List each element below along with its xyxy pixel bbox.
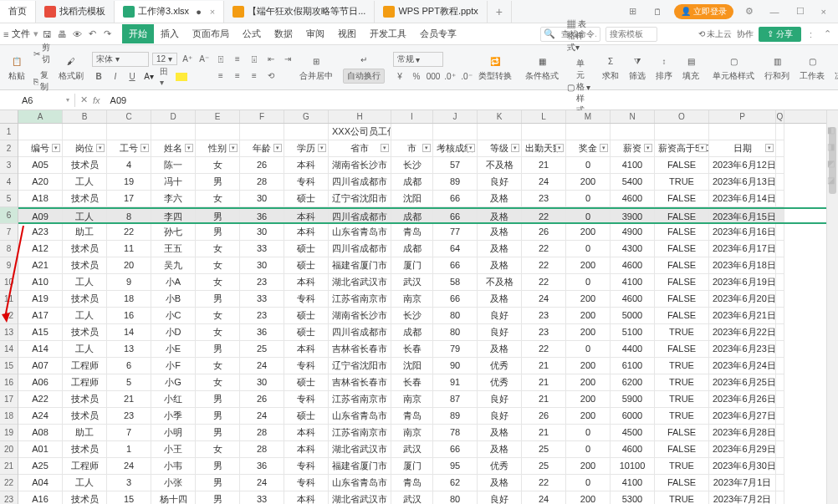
cell[interactable]: [776, 241, 784, 257]
cell[interactable]: 女: [196, 324, 240, 341]
cell[interactable]: 4600: [611, 291, 655, 308]
row-header[interactable]: 15: [0, 358, 18, 374]
cell[interactable]: 厦门: [391, 257, 433, 274]
cell[interactable]: 2023年6月12日: [709, 157, 776, 174]
cell[interactable]: 13: [107, 341, 151, 358]
cell[interactable]: 28: [240, 441, 284, 458]
cell[interactable]: 长春: [391, 341, 433, 358]
menu-caret-icon[interactable]: ⌃: [820, 28, 835, 39]
cell[interactable]: 33: [240, 241, 284, 257]
cell[interactable]: 福建省厦门市: [329, 458, 391, 475]
share-button[interactable]: ⇪ 分享: [759, 27, 801, 42]
cell[interactable]: 本科: [284, 224, 329, 241]
cell[interactable]: A04: [18, 475, 63, 491]
cell[interactable]: FALSE: [655, 441, 709, 458]
cell[interactable]: 89: [433, 174, 478, 191]
align-top-icon[interactable]: ⍐: [214, 53, 227, 66]
cell[interactable]: A08: [18, 425, 63, 441]
grid[interactable]: XXX公司员工信息编号▾岗位▾工号▾姓名▾性别▾年龄▾学历▾省市▾市▾考核成绩▾…: [18, 124, 826, 504]
tab-home[interactable]: 首页: [0, 1, 36, 23]
cell[interactable]: 湖北省武汉市: [329, 274, 391, 291]
cell[interactable]: 200: [566, 224, 611, 241]
cell[interactable]: 男: [196, 408, 240, 425]
cell[interactable]: 冯十: [151, 174, 196, 191]
cell[interactable]: 58: [433, 274, 478, 291]
cell[interactable]: 湖南省长沙市: [329, 308, 391, 324]
cell[interactable]: A23: [18, 224, 63, 241]
side-pane4-icon[interactable]: ◪: [827, 176, 837, 186]
cell[interactable]: 5: [107, 374, 151, 391]
undo-icon[interactable]: ↶: [85, 28, 99, 41]
cell[interactable]: [776, 174, 784, 191]
cell[interactable]: 良好: [478, 408, 522, 425]
cell[interactable]: 江苏省南京市: [329, 391, 391, 408]
cell[interactable]: 男: [196, 224, 240, 241]
cell[interactable]: 66: [433, 441, 478, 458]
sync-status[interactable]: ⟲ 未上云: [698, 28, 732, 40]
underline-icon[interactable]: U: [125, 70, 139, 84]
cell[interactable]: 专科: [284, 174, 329, 191]
cell[interactable]: 辽宁省沈阳市: [329, 191, 391, 207]
cell[interactable]: [776, 425, 784, 441]
cell[interactable]: 青岛: [391, 408, 433, 425]
cell[interactable]: 李四: [151, 209, 196, 222]
cell[interactable]: 湖北省武汉市: [329, 491, 391, 504]
cell[interactable]: 21: [522, 391, 566, 408]
tab-workbook[interactable]: 工作簿3.xlsx●×: [115, 1, 224, 23]
cell[interactable]: 23: [522, 308, 566, 324]
cell[interactable]: 南京: [391, 391, 433, 408]
select-all-corner[interactable]: [0, 110, 18, 124]
row-header[interactable]: 16: [0, 374, 18, 391]
cell[interactable]: 小季: [151, 408, 196, 425]
cell[interactable]: 66: [433, 257, 478, 274]
cell[interactable]: 成都: [391, 174, 433, 191]
row-header[interactable]: 6: [0, 207, 18, 224]
preview-icon[interactable]: 👁: [70, 28, 84, 41]
cell[interactable]: 5400: [611, 174, 655, 191]
fill-button[interactable]: ▤填充: [677, 52, 704, 84]
paste-button[interactable]: 📋粘贴: [3, 52, 30, 84]
menu-tab-2[interactable]: 页面布局: [186, 24, 236, 43]
increase-font-icon[interactable]: A⁺: [181, 53, 194, 66]
row-header[interactable]: 3: [0, 157, 18, 174]
cell[interactable]: 200: [566, 491, 611, 504]
cell[interactable]: 23: [522, 324, 566, 341]
cell[interactable]: A19: [18, 291, 63, 308]
cell[interactable]: 0: [566, 157, 611, 174]
side-pane1-icon[interactable]: ◧: [827, 125, 837, 135]
wrap-button[interactable]: ↵自动换行: [338, 50, 390, 85]
cell[interactable]: 小红: [151, 391, 196, 408]
cell[interactable]: 出勤天数▾: [522, 140, 566, 157]
row-header[interactable]: 9: [0, 257, 18, 274]
cell[interactable]: 200: [566, 324, 611, 341]
cell[interactable]: 62: [433, 475, 478, 491]
cell[interactable]: 本科: [284, 209, 329, 222]
cellstyle2-button[interactable]: ▢单元格样式: [708, 52, 759, 84]
cell[interactable]: 2023年6月16日: [709, 224, 776, 241]
col-header[interactable]: K: [478, 110, 522, 123]
cell[interactable]: 22: [107, 224, 151, 241]
cell[interactable]: 长沙: [391, 157, 433, 174]
cell[interactable]: TRUE: [655, 174, 709, 191]
cell[interactable]: 21: [522, 157, 566, 174]
cell[interactable]: 女: [196, 308, 240, 324]
cell[interactable]: 10100: [611, 458, 655, 475]
italic-icon[interactable]: I: [109, 70, 122, 84]
cell[interactable]: 助工: [63, 224, 107, 241]
cell[interactable]: 技术员: [63, 191, 107, 207]
indent-dec-icon[interactable]: ⇤: [264, 53, 278, 66]
cell[interactable]: 5100: [611, 324, 655, 341]
font-color-icon[interactable]: A▾: [142, 70, 156, 84]
cell[interactable]: 5300: [611, 491, 655, 504]
menu-tab-8[interactable]: 会员专享: [413, 24, 463, 43]
cell[interactable]: A18: [18, 191, 63, 207]
cell[interactable]: FALSE: [655, 475, 709, 491]
cell[interactable]: FALSE: [655, 425, 709, 441]
cell[interactable]: 小A: [151, 274, 196, 291]
cell[interactable]: 4100: [611, 157, 655, 174]
cell[interactable]: 3900: [611, 209, 655, 222]
cell[interactable]: 省市▾: [329, 140, 391, 157]
cell[interactable]: 技术员: [63, 257, 107, 274]
row-header[interactable]: 14: [0, 341, 18, 358]
cell[interactable]: TRUE: [655, 391, 709, 408]
